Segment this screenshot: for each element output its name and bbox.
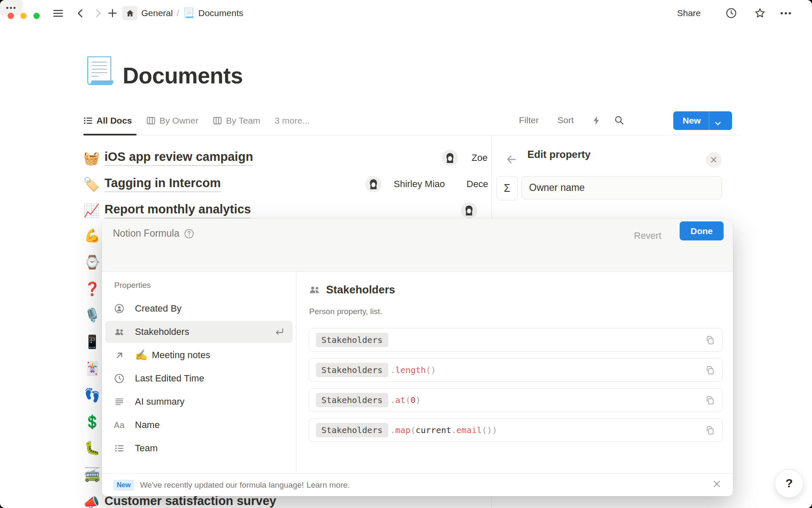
row-title[interactable]: Report monthly analytics: [104, 202, 251, 218]
back-arrow-icon[interactable]: [506, 154, 517, 165]
property-item-last-edited-time[interactable]: Last Edited Time: [105, 367, 293, 389]
formula-code: Stakeholders.length(): [316, 363, 436, 377]
formula-example-card[interactable]: Stakeholders.length(): [309, 358, 723, 382]
filter-button[interactable]: Filter: [519, 115, 539, 125]
help-circle-icon[interactable]: [184, 229, 194, 239]
property-label: Name: [135, 420, 160, 431]
property-label: Team: [135, 443, 158, 454]
row-page-icon: 🐛: [84, 442, 101, 455]
detail-title: Stakeholders: [326, 283, 395, 296]
row-page-icon: 💪: [84, 229, 101, 242]
favorite-star-icon[interactable]: [754, 7, 766, 19]
new-tab-icon[interactable]: [107, 8, 118, 19]
row-page-icon: 🃏: [84, 362, 101, 375]
code-token-prop: Stakeholders: [316, 363, 388, 377]
back-icon[interactable]: [75, 8, 86, 19]
new-button[interactable]: New: [673, 111, 732, 130]
forward-icon[interactable]: [93, 8, 103, 19]
edit-property-title: Edit property: [527, 149, 590, 160]
banner-text: We've recently updated our formula langu…: [140, 480, 304, 490]
property-item-meeting-notes[interactable]: ✍️Meeting notes: [105, 344, 293, 366]
formula-example-card[interactable]: Stakeholders.map(current.email()): [309, 418, 723, 442]
copy-icon[interactable]: [705, 425, 716, 436]
property-label: Last Edited Time: [135, 373, 204, 384]
property-item-name[interactable]: AaName: [105, 414, 293, 436]
sort-button[interactable]: Sort: [557, 115, 574, 125]
search-icon[interactable]: [614, 115, 624, 125]
people-icon: [309, 285, 321, 295]
viewbar-divider: [83, 135, 741, 135]
avatar: [461, 202, 477, 218]
help-button[interactable]: ?: [775, 469, 804, 498]
formula-example-card[interactable]: Stakeholders.at(0): [309, 388, 723, 412]
view-tabs: All DocsBy OwnerBy Team3 more...: [83, 107, 310, 134]
person-cell: Zoe: [442, 150, 458, 166]
formula-example-card[interactable]: Stakeholders: [309, 328, 723, 352]
page-title[interactable]: Documents: [123, 63, 243, 88]
notion-window: General / 📃 Documents Share ••• 📃 Docume…: [0, 0, 812, 508]
property-type-sigma-button[interactable]: Σ: [497, 176, 518, 200]
copy-icon[interactable]: [705, 395, 716, 406]
table-row[interactable]: 🧺iOS app review campaignZoe: [83, 145, 491, 171]
property-label: AI summary: [135, 396, 184, 407]
property-item-ai-summary[interactable]: AI summary: [105, 391, 293, 413]
copy-icon[interactable]: [705, 335, 716, 345]
tab-label: By Team: [226, 116, 260, 126]
lines-icon: [114, 397, 125, 406]
banner-close-icon[interactable]: [713, 480, 721, 488]
row-page-icon: ⌚: [84, 256, 101, 269]
banner-learn-more-link[interactable]: Learn more.: [307, 480, 350, 490]
formula-code: Stakeholders: [316, 333, 390, 347]
list-view-icon: [83, 116, 93, 125]
done-button[interactable]: Done: [680, 221, 724, 240]
share-button[interactable]: Share: [677, 0, 701, 26]
sidebar-menu-icon[interactable]: [52, 8, 64, 19]
window-close-button[interactable]: [8, 13, 14, 19]
code-token-paren: ): [416, 395, 421, 405]
property-detail-panel: Stakeholders Person property, list. Stak…: [296, 271, 733, 473]
automation-bolt-icon[interactable]: [592, 116, 601, 125]
code-token-prop: Stakeholders: [316, 423, 388, 437]
page-icon[interactable]: 📃: [83, 58, 115, 84]
code-token-dot: .: [390, 365, 395, 375]
tab-all-docs[interactable]: All Docs: [83, 116, 132, 126]
home-icon[interactable]: [122, 6, 137, 20]
breadcrumb-page-name[interactable]: Documents: [198, 8, 243, 18]
breadcrumb-section[interactable]: General: [141, 8, 173, 18]
breadcrumb: General / 📃 Documents: [141, 0, 243, 26]
property-item-team[interactable]: Team: [105, 437, 293, 459]
list-icon: [114, 444, 125, 453]
person-name: Shirley Miao: [394, 179, 445, 190]
code-token-paren: ): [492, 425, 497, 435]
property-item-stakeholders[interactable]: Stakeholders: [105, 321, 293, 343]
tab-by-owner[interactable]: By Owner: [146, 116, 198, 126]
more-options-icon[interactable]: •••: [780, 0, 793, 26]
board-view-icon: [146, 116, 156, 125]
tab-by-team[interactable]: By Team: [213, 116, 260, 126]
table-row[interactable]: 🏷️Tagging in IntercomShirley MiaoDece: [83, 171, 491, 197]
row-title[interactable]: Tagging in Intercom: [104, 176, 221, 192]
new-badge: New: [113, 480, 134, 491]
tab-label: All Docs: [96, 116, 132, 126]
chevron-down-icon[interactable]: [709, 114, 727, 127]
person-cell: [461, 202, 477, 218]
property-name-input[interactable]: Owner name: [521, 176, 722, 199]
tab-more[interactable]: 3 more...: [275, 116, 310, 126]
avatar: [442, 150, 458, 166]
window-zoom-button[interactable]: [33, 13, 40, 19]
formula-examples: StakeholdersStakeholders.length()Stakeho…: [309, 328, 723, 448]
board-view-icon: [213, 116, 222, 125]
property-item-created-by[interactable]: Created By: [105, 298, 293, 320]
row-title[interactable]: iOS app review campaign: [104, 150, 253, 166]
updates-clock-icon[interactable]: [725, 7, 737, 19]
formula-editor-popup: Notion Formula Revert Done Properties Cr…: [102, 219, 733, 496]
revert-button[interactable]: Revert: [634, 230, 661, 241]
window-minimize-button[interactable]: [20, 13, 27, 19]
person-name: Zoe: [472, 152, 488, 163]
close-icon[interactable]: [706, 152, 721, 168]
code-token-ident: current: [416, 425, 451, 435]
formula-code: Stakeholders.map(current.email()): [316, 423, 497, 437]
avatar: [365, 176, 381, 192]
copy-icon[interactable]: [705, 365, 716, 375]
new-button-label: New: [683, 116, 701, 126]
